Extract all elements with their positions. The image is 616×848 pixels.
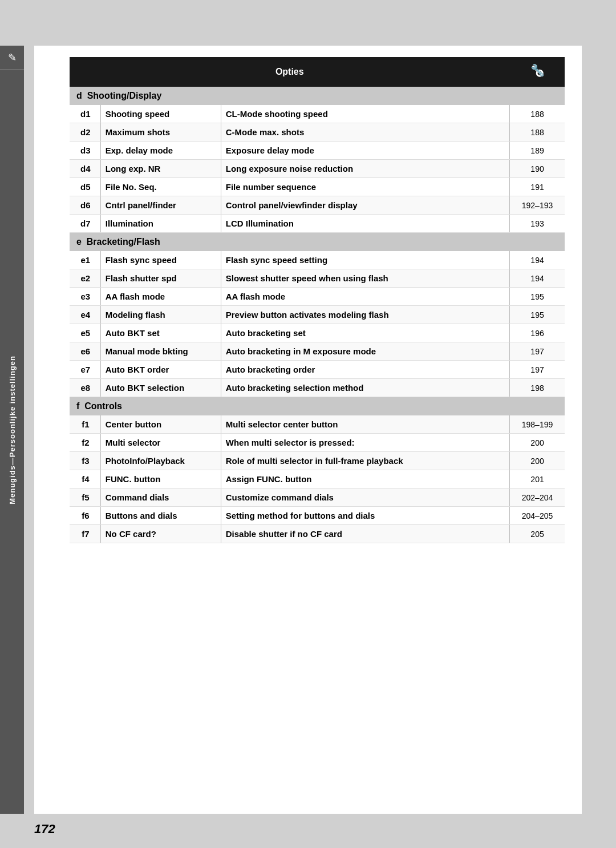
code-cell-d3: d3 [70,142,100,160]
code-cell-d7: d7 [70,215,100,233]
code-cell-d4: d4 [70,160,100,178]
table-row: e3AA flash modeAA flash mode195 [70,288,565,306]
description-e1: Flash sync speed setting [221,251,509,269]
table-row: d2Maximum shotsC-Mode max. shots188 [70,123,565,142]
code-cell-e1: e1 [70,251,100,269]
table-row: f6Buttons and dialsSetting method for bu… [70,507,565,525]
short-name-f3: PhotoInfo/Playback [100,452,221,470]
section-label-e: e Bracketing/Flash [70,233,565,252]
page-ref-e2: 194 [510,269,565,288]
page-ref-e8: 198 [510,379,565,397]
short-name-d3: Exp. delay mode [100,142,221,160]
page-ref-d2: 188 [510,123,565,142]
section-row-e: e Bracketing/Flash [70,233,565,252]
description-d1: CL-Mode shooting speed [221,105,509,123]
code-cell-f5: f5 [70,488,100,507]
code-cell-d6: d6 [70,196,100,215]
short-name-d4: Long exp. NR [100,160,221,178]
description-f2: When multi selector is pressed: [221,434,509,452]
page-ref-e6: 197 [510,342,565,361]
short-name-e5: Auto BKT set [100,324,221,342]
section-label-d: d Shooting/Display [70,87,565,105]
short-name-e6: Manual mode bkting [100,342,221,361]
table-row: e7Auto BKT orderAuto bracketing order197 [70,361,565,379]
short-name-e3: AA flash mode [100,288,221,306]
table-row: f7No CF card?Disable shutter if no CF ca… [70,525,565,543]
code-cell-e6: e6 [70,342,100,361]
wrench-icon: 🔧 [528,62,546,80]
page-ref-d7: 193 [510,215,565,233]
table-row: e2Flash shutter spdSlowest shutter speed… [70,269,565,288]
table-row: e5Auto BKT setAuto bracketing set196 [70,324,565,342]
table-row: e4Modeling flashPreview button activates… [70,306,565,324]
table-row: d5File No. Seq.File number sequence191 [70,178,565,196]
description-f6: Setting method for buttons and dials [221,507,509,525]
table-row: d7IlluminationLCD Illumination193 [70,215,565,233]
short-name-d5: File No. Seq. [100,178,221,196]
code-cell-e7: e7 [70,361,100,379]
page-ref-d1: 188 [510,105,565,123]
description-f7: Disable shutter if no CF card [221,525,509,543]
short-name-e8: Auto BKT selection [100,379,221,397]
table-row: d4Long exp. NRLong exposure noise reduct… [70,160,565,178]
table-row: e1Flash sync speedFlash sync speed setti… [70,251,565,269]
page-ref-d4: 190 [510,160,565,178]
pencil-icon: ✎ [8,51,17,64]
short-name-d2: Maximum shots [100,123,221,142]
description-f5: Customize command dials [221,488,509,507]
description-e8: Auto bracketing selection method [221,379,509,397]
table-header-row: Opties 🔧 [70,57,565,87]
page-ref-e7: 197 [510,361,565,379]
code-cell-e2: e2 [70,269,100,288]
description-e2: Slowest shutter speed when using flash [221,269,509,288]
description-d6: Control panel/viewfinder display [221,196,509,215]
code-cell-f1: f1 [70,415,100,434]
table-row: e6Manual mode bktingAuto bracketing in M… [70,342,565,361]
code-cell-f2: f2 [70,434,100,452]
page-ref-e4: 195 [510,306,565,324]
short-name-e2: Flash shutter spd [100,269,221,288]
table-row: f4FUNC. buttonAssign FUNC. button201 [70,470,565,488]
table-row: f1Center buttonMulti selector center but… [70,415,565,434]
page-number: 172 [34,822,55,837]
page-ref-e5: 196 [510,324,565,342]
description-d4: Long exposure noise reduction [221,160,509,178]
page-ref-f7: 205 [510,525,565,543]
description-e7: Auto bracketing order [221,361,509,379]
table-row: d1Shooting speedCL-Mode shooting speed18… [70,105,565,123]
short-name-f7: No CF card? [100,525,221,543]
code-cell-d1: d1 [70,105,100,123]
section-row-d: d Shooting/Display [70,87,565,105]
page-ref-d3: 189 [510,142,565,160]
code-cell-e8: e8 [70,379,100,397]
short-name-d7: Illumination [100,215,221,233]
short-name-e1: Flash sync speed [100,251,221,269]
content-area: Opties 🔧 d Shooting/Displayd1Shooting sp… [58,46,582,814]
description-f3: Role of multi selector in full-frame pla… [221,452,509,470]
code-cell-f4: f4 [70,470,100,488]
page-ref-e3: 195 [510,288,565,306]
code-cell-f6: f6 [70,507,100,525]
code-cell-e3: e3 [70,288,100,306]
short-name-d1: Shooting speed [100,105,221,123]
page-content: Opties 🔧 d Shooting/Displayd1Shooting sp… [34,46,582,814]
description-d5: File number sequence [221,178,509,196]
page-ref-d6: 192–193 [510,196,565,215]
page-ref-f5: 202–204 [510,488,565,507]
table-row: f2Multi selectorWhen multi selector is p… [70,434,565,452]
description-d7: LCD Illumination [221,215,509,233]
table-row: d3Exp. delay modeExposure delay mode189 [70,142,565,160]
code-cell-f3: f3 [70,452,100,470]
side-tab-text: Menugids—Persoonlijke instellingen [8,356,17,504]
table-row: f3PhotoInfo/PlaybackRole of multi select… [70,452,565,470]
short-name-f1: Center button [100,415,221,434]
page-ref-f2: 200 [510,434,565,452]
code-cell-d5: d5 [70,178,100,196]
description-e5: Auto bracketing set [221,324,509,342]
code-cell-e5: e5 [70,324,100,342]
page-ref-e1: 194 [510,251,565,269]
code-cell-e4: e4 [70,306,100,324]
table-row: f5Command dialsCustomize command dials20… [70,488,565,507]
short-name-f2: Multi selector [100,434,221,452]
code-cell-d2: d2 [70,123,100,142]
